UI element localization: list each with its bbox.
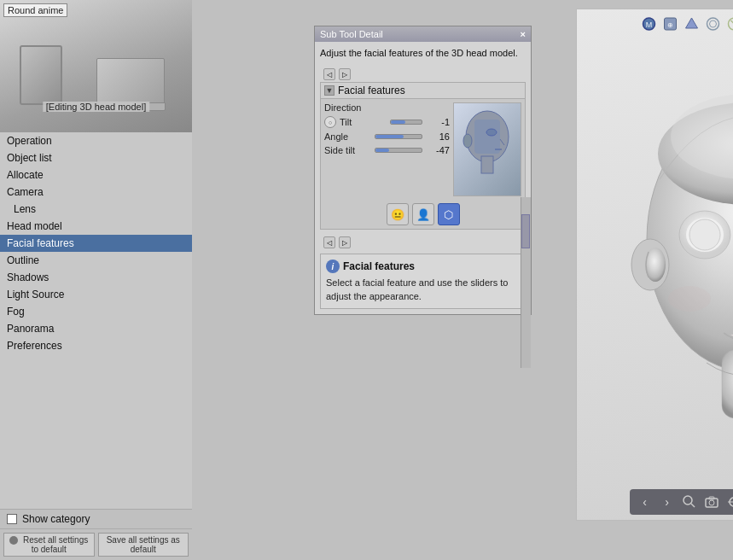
sidebar-item-light-source[interactable]: Light Source [0, 286, 192, 303]
info-box-header: i Facial features [326, 260, 520, 273]
tilt-value: -1 [426, 117, 450, 127]
sidebar-item-shadows[interactable]: Shadows [0, 269, 192, 286]
bottom-buttons-bar: Reset all settings to default Save all s… [0, 528, 192, 560]
eye-btn-right[interactable]: ▷ [339, 68, 351, 80]
toolbar-icon-rotate[interactable] [682, 15, 701, 33]
svg-text:M: M [645, 20, 652, 29]
info-box-title: Facial features [343, 260, 415, 272]
side-tilt-track[interactable] [375, 148, 422, 153]
sidebar-item-camera[interactable]: Camera [0, 184, 192, 201]
sidebar-item-fog[interactable]: Fog [0, 303, 192, 320]
scrollbar-thumb[interactable] [521, 214, 530, 248]
info-box: i Facial features Select a facial featur… [320, 254, 526, 309]
facial-icons-row: 😐 👤 ⬡ [321, 200, 525, 229]
info-icon: i [326, 260, 340, 273]
svg-point-35 [668, 286, 711, 312]
reset-button[interactable]: Reset all settings to default [3, 533, 95, 557]
svg-point-40 [709, 500, 714, 505]
face-icon-btn-2[interactable]: 👤 [412, 203, 434, 225]
left-sidebar: Round anime [Editing 3D head model] Oper… [0, 0, 192, 560]
preview-shapes: [Editing 3D head model] [11, 20, 182, 114]
angle-slider-row: Angle 16 [324, 131, 450, 142]
tilt-track[interactable] [390, 120, 422, 125]
eye-controls-row-2: ◁ ▷ [320, 235, 526, 250]
facial-controls: Direction ○ Tilt -1 [321, 99, 525, 200]
close-button[interactable]: × [521, 29, 526, 39]
preview-laptop-shape [96, 58, 165, 105]
sub-tool-title: Sub Tool Detail [320, 29, 383, 39]
angle-value: 16 [426, 131, 450, 142]
tilt-slider-row: ○ Tilt -1 [324, 116, 450, 128]
reset-icon [9, 536, 18, 545]
sidebar-item-object-list[interactable]: Object list [0, 149, 192, 166]
svg-rect-1 [481, 156, 493, 173]
sub-tool-titlebar: Sub Tool Detail × [315, 26, 531, 42]
toolbar-icon-bone[interactable] [724, 15, 733, 33]
angle-label: Angle [324, 131, 371, 142]
tilt-direction-icon: ○ [324, 116, 336, 128]
eye-btn-left-2[interactable]: ◁ [323, 236, 335, 248]
svg-rect-6 [474, 120, 500, 154]
head-silhouette-svg [457, 107, 517, 192]
angle-track[interactable] [375, 134, 422, 139]
eye-btn-right-2[interactable]: ▷ [339, 236, 351, 248]
eye-btn-left[interactable]: ◁ [323, 68, 335, 80]
svg-point-2 [463, 134, 472, 148]
side-tilt-value: -47 [426, 145, 450, 155]
sidebar-item-panorama[interactable]: Panorama [0, 320, 192, 337]
viewport-toolbar-top: M ⊕ [639, 15, 733, 33]
head-3d-svg [613, 68, 734, 461]
direction-row: Direction [324, 102, 450, 113]
svg-marker-11 [685, 18, 697, 28]
preview-tablet-shape [20, 45, 62, 105]
side-tilt-slider-row: Side tilt -47 [324, 145, 450, 155]
sidebar-item-outline[interactable]: Outline [0, 252, 192, 269]
side-tilt-label: Side tilt [324, 145, 371, 155]
face-icon-btn-3[interactable]: ⬡ [438, 203, 460, 225]
angle-fill [375, 135, 404, 138]
nav-menu: Operation Object list Allocate Camera Le… [0, 132, 192, 509]
svg-line-38 [691, 504, 695, 507]
svg-point-37 [684, 496, 692, 505]
viewport-toolbar-bottom: ‹ › [630, 489, 734, 515]
face-icon-btn-1[interactable]: 😐 [387, 203, 409, 225]
bt-icon-prev[interactable]: ‹ [635, 492, 655, 512]
bt-icon-camera[interactable] [701, 492, 722, 512]
facial-sliders: Direction ○ Tilt -1 [324, 102, 450, 196]
sub-tool-detail-panel: Sub Tool Detail × Adjust the facial feat… [314, 26, 532, 315]
sidebar-item-lens[interactable]: Lens [0, 201, 192, 218]
facial-panel-header: ▼ Facial features [321, 83, 525, 99]
workspace: Sub Tool Detail × Adjust the facial feat… [192, 0, 733, 560]
svg-point-12 [707, 18, 718, 30]
facial-features-panel: ▼ Facial features Direction ○ Tilt [320, 82, 526, 230]
show-category-bar: Show category [0, 509, 192, 528]
save-default-button[interactable]: Save all settings as default [98, 533, 189, 557]
svg-point-13 [709, 20, 716, 27]
svg-rect-25 [722, 350, 734, 418]
toolbar-icon-pan[interactable]: ⊕ [660, 15, 679, 33]
expand-button[interactable]: ▼ [324, 85, 335, 96]
bt-icon-next[interactable]: › [657, 492, 678, 512]
head-preview [453, 102, 521, 196]
toolbar-icon-scale[interactable] [703, 15, 722, 33]
facial-panel-title: Facial features [338, 85, 405, 96]
bt-icon-crosshair[interactable] [724, 492, 734, 512]
sidebar-item-head-model[interactable]: Head model [0, 218, 192, 235]
head-3d-container [577, 44, 733, 486]
toolbar-icon-move[interactable]: M [639, 15, 658, 33]
3d-viewport: M ⊕ [576, 9, 733, 521]
vertical-scrollbar[interactable] [521, 197, 531, 368]
svg-point-14 [728, 18, 733, 30]
sidebar-item-operation[interactable]: Operation [0, 132, 192, 149]
sidebar-item-preferences[interactable]: Preferences [0, 337, 192, 354]
sidebar-item-allocate[interactable]: Allocate [0, 166, 192, 184]
tool-label: Round anime [3, 3, 67, 17]
show-category-checkbox[interactable] [7, 514, 17, 524]
tilt-label: Tilt [340, 117, 387, 127]
bt-icon-zoom[interactable] [679, 492, 700, 512]
side-tilt-fill [375, 149, 389, 152]
sub-tool-body: Adjust the facial features of the 3D hea… [315, 42, 531, 314]
preview-caption: [Editing 3D head model] [43, 102, 149, 112]
head-preview-inner [454, 103, 521, 195]
sidebar-item-facial-features[interactable]: Facial features [0, 235, 192, 252]
